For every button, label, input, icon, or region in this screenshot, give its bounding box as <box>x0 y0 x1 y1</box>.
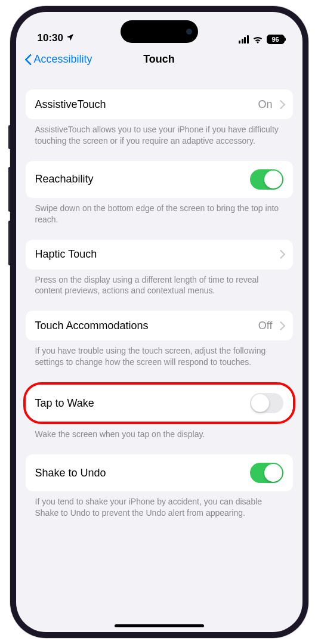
row-label: Tap to Wake <box>35 397 94 410</box>
row-haptic-touch[interactable]: Haptic Touch <box>26 240 293 270</box>
row-touch-accommodations[interactable]: Touch Accommodations Off <box>26 311 293 340</box>
page-title: Touch <box>143 53 175 66</box>
row-label: Shake to Undo <box>35 467 106 479</box>
highlight-annotation: Tap to Wake <box>23 382 295 424</box>
chevron-left-icon <box>24 52 33 66</box>
wifi-icon <box>252 36 263 44</box>
chevron-right-icon <box>279 250 283 258</box>
chevron-right-icon <box>279 322 283 330</box>
row-footer: Swipe down on the bottom edge of the scr… <box>26 198 293 240</box>
back-button[interactable]: Accessibility <box>24 52 92 66</box>
row-shake-to-undo[interactable]: Shake to Undo <box>26 454 293 491</box>
row-footer: If you tend to shake your iPhone by acci… <box>26 491 293 522</box>
settings-list: AssistiveTouch On AssistiveTouch allows … <box>16 73 302 632</box>
row-value: Off <box>258 320 273 332</box>
row-label: Reachability <box>35 173 94 185</box>
row-assistivetouch[interactable]: AssistiveTouch On <box>26 89 293 119</box>
chevron-right-icon <box>279 101 283 109</box>
phone-frame: 10:30 96 Accessibility Touch <box>10 6 308 638</box>
nav-bar: Accessibility Touch <box>16 47 302 73</box>
location-icon <box>66 33 75 44</box>
side-buttons <box>8 125 10 274</box>
back-label: Accessibility <box>34 53 92 66</box>
tap-to-wake-toggle[interactable] <box>250 393 283 413</box>
home-indicator[interactable] <box>115 624 204 627</box>
screen: 10:30 96 Accessibility Touch <box>16 12 302 632</box>
row-label: Haptic Touch <box>35 248 97 261</box>
dynamic-island <box>121 20 198 43</box>
reachability-toggle[interactable] <box>250 169 283 190</box>
shake-to-undo-toggle[interactable] <box>250 463 283 483</box>
row-tap-to-wake[interactable]: Tap to Wake <box>26 385 293 422</box>
row-footer: If you have trouble using the touch scre… <box>26 340 293 382</box>
row-value: On <box>258 98 272 111</box>
battery-icon: 96 <box>267 35 285 44</box>
row-label: AssistiveTouch <box>35 98 106 111</box>
cellular-icon <box>239 35 249 44</box>
row-footer: Press on the display using a different l… <box>26 270 293 311</box>
row-label: Touch Accommodations <box>35 320 149 332</box>
row-footer: Wake the screen when you tap on the disp… <box>26 424 293 454</box>
status-time: 10:30 <box>38 32 63 44</box>
row-reachability[interactable]: Reachability <box>26 161 293 198</box>
row-footer: AssistiveTouch allows you to use your iP… <box>26 119 293 161</box>
